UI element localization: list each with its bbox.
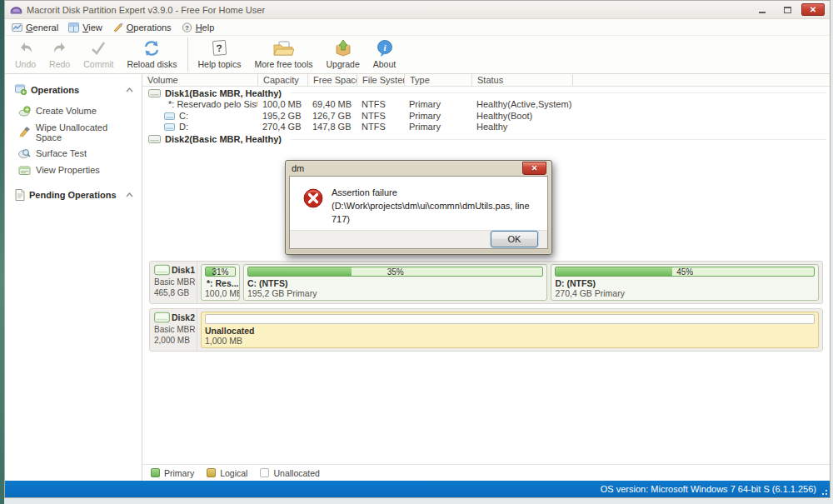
capacity-cell: 100,0 MB [257,99,307,111]
file-system-cell: NTFS [357,122,404,133]
wipe-unallocated-space-label: Wipe Unallocated Space [36,122,135,142]
usage-bar [205,314,815,324]
disk1-name: Disk1 [172,265,195,275]
operations-items: Create Volume Wipe Unallocated Space [5,97,142,187]
col-type[interactable]: Type [404,74,471,86]
menu-help[interactable]: ? Help [182,22,215,32]
usage-percent: 35% [248,267,542,277]
svg-text:?: ? [216,42,222,54]
redo-button[interactable]: Redo [42,36,77,73]
dialog-title: dm [292,163,304,173]
pending-operations-title: Pending Operations [29,190,117,200]
partition-d[interactable]: 45% D: (NTFS) 270,4 GB Primary [551,264,819,301]
logical-swatch [207,468,216,477]
chevron-up-icon [126,192,133,197]
partition-sub: 270,4 GB Primary [555,288,815,298]
usage-bar: 45% [555,267,815,277]
disk1-group-row[interactable]: Disk1(Basic MBR, Healthy) [142,87,830,99]
operations-section-icon [15,84,27,95]
folder-icon [272,39,294,57]
sidebar-item-surface-test[interactable]: Surface Test [5,145,142,162]
disk2-name: Disk2 [172,312,195,322]
group-rule [291,139,826,140]
col-free-space[interactable]: Free Space [307,74,357,86]
pending-operations-icon [15,189,25,201]
disk2-label-cell[interactable]: Disk2 Basic MBR 2,000 MB [150,309,197,351]
menu-operations[interactable]: Operations [112,22,172,32]
help-topics-button[interactable]: ? Help topics [192,36,248,73]
menu-view[interactable]: View [68,22,102,32]
close-icon: ✕ [810,5,816,14]
dialog-title-bar[interactable]: dm [289,161,548,176]
legend: Primary Logical Unallocated [142,464,830,481]
partition-system-reserved[interactable]: 31% *: Res... 100,0 MB P. [201,264,240,301]
upgrade-button[interactable]: Upgrade [320,36,367,73]
dialog-close-button[interactable]: ✕ [522,162,546,175]
redo-label: Redo [49,59,70,69]
table-row-d[interactable]: D: 270,4 GB 147,8 GB NTFS Primary Health… [142,122,830,133]
more-free-tools-label: More free tools [254,59,312,69]
volume-cell: C: [142,111,257,122]
partition-sub: 100,0 MB P. [205,288,236,298]
free-space-cell: 147,8 GB [307,122,357,133]
reload-disks-button[interactable]: Reload disks [120,36,183,73]
undo-icon [17,39,35,57]
disk1-size: 465,8 GB [154,288,195,297]
maximize-button[interactable] [776,3,798,16]
minimize-button[interactable] [751,3,773,16]
ok-button[interactable]: OK [491,231,538,247]
error-dialog: dm ✕ Assertion failure (D:\Work\projects… [285,160,552,255]
menu-help-label: Help [196,22,215,32]
commit-button[interactable]: Commit [77,36,120,73]
usage-bar: 31% [205,267,236,277]
partition-c[interactable]: 35% C: (NTFS) 195,2 GB Primary [243,264,547,301]
resize-grip-icon[interactable] [821,488,827,495]
disk-icon [148,135,161,143]
col-capacity[interactable]: Capacity [257,74,307,86]
menu-general[interactable]: General [12,22,58,32]
minimize-icon [759,12,766,13]
sidebar-item-view-properties[interactable]: View Properties [5,162,142,178]
disk1-label-cell[interactable]: Disk1 Basic MBR 465,8 GB [150,262,197,303]
menu-view-label: View [82,22,102,32]
status-bar: OS version: Microsoft Windows 7 64-bit S… [5,481,830,497]
about-button[interactable]: i About [367,36,402,73]
title-bar[interactable]: Macrorit Disk Partition Expert v3.9.0 - … [5,1,830,19]
commit-icon [89,39,107,57]
menu-general-label: General [26,22,58,32]
close-button[interactable]: ✕ [801,3,825,16]
commit-label: Commit [83,59,113,69]
volume-label: C: [179,111,188,122]
disk2-group-row[interactable]: Disk2(Basic MBR, Healthy) [142,133,830,146]
disk1-map: Disk1 Basic MBR 465,8 GB 31% [149,261,823,304]
primary-swatch [151,468,160,477]
legend-unallocated: Unallocated [260,468,319,478]
view-properties-icon [18,165,31,176]
dialog-message: Assertion failure (D:\Work\projects\dm\u… [332,187,537,227]
volume-label: D: [179,122,188,132]
col-file-system[interactable]: File System [357,74,404,86]
partition-sub: 1,000 MB [205,336,815,346]
volume-icon [164,112,175,120]
undo-button[interactable]: Undo [8,36,42,73]
sidebar-item-create-volume[interactable]: Create Volume [5,102,142,119]
usage-percent: 45% [556,267,814,277]
table-row-c[interactable]: C: 195,2 GB 126,7 GB NTFS Primary Health… [142,111,830,122]
legend-logical: Logical [207,468,247,478]
partition-unallocated[interactable]: Unallocated 1,000 MB [201,312,819,348]
sidebar-section-operations[interactable]: Operations [5,82,142,97]
sidebar-item-wipe-unallocated-space[interactable]: Wipe Unallocated Space [5,119,142,145]
close-icon: ✕ [531,164,538,172]
sidebar-section-pending-operations[interactable]: Pending Operations [5,187,142,203]
col-volume[interactable]: Volume [142,74,257,86]
more-free-tools-button[interactable]: More free tools [247,36,319,73]
disk1-partitions: 31% *: Res... 100,0 MB P. [197,262,822,303]
chevron-up-icon [126,87,133,92]
volume-cell: *: Reservado pelo Siste... [142,99,257,111]
col-status[interactable]: Status [471,74,572,86]
surface-test-icon [18,148,31,159]
disk-drive-icon [154,312,170,323]
disk2-size: 2,000 MB [154,336,195,345]
operations-menu-icon [112,22,123,32]
table-row-system-reserved[interactable]: *: Reservado pelo Siste... 100,0 MB 69,4… [142,99,830,111]
